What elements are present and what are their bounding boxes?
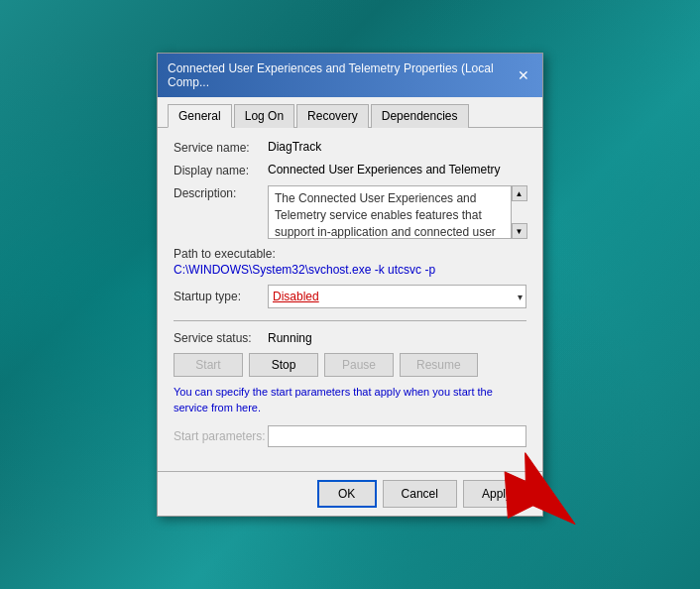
scroll-down-arrow[interactable]: ▼ (512, 223, 527, 239)
pause-button[interactable]: Pause (324, 353, 394, 377)
description-wrap: The Connected User Experiences and Telem… (268, 185, 526, 239)
start-params-row: Start parameters: (174, 425, 526, 447)
startup-select-wrapper[interactable]: Disabled Manual Automatic Automatic (Del… (268, 285, 526, 308)
path-section: Path to executable: C:\WINDOWS\System32\… (174, 247, 526, 277)
tab-recovery[interactable]: Recovery (296, 104, 369, 128)
status-label: Service status: (174, 331, 268, 345)
divider (174, 320, 526, 321)
tab-dependencies[interactable]: Dependencies (371, 104, 469, 128)
startup-select[interactable]: Disabled Manual Automatic Automatic (Del… (268, 285, 526, 308)
path-value: C:\WINDOWS\System32\svchost.exe -k utcsv… (174, 263, 526, 277)
service-status-row: Service status: Running (174, 331, 526, 345)
ok-button[interactable]: OK (317, 480, 377, 508)
title-bar: Connected User Experiences and Telemetry… (158, 54, 542, 97)
tab-logon[interactable]: Log On (234, 104, 294, 128)
startup-row: Startup type: Disabled Manual Automatic … (174, 285, 526, 308)
startup-label: Startup type: (174, 290, 268, 303)
service-name-label: Service name: (174, 140, 268, 155)
description-row: Description: The Connected User Experien… (174, 185, 526, 239)
status-value: Running (268, 331, 312, 345)
stop-button[interactable]: Stop (249, 353, 318, 377)
display-name-value: Connected User Experiences and Telemetry (268, 163, 501, 177)
dialog-content: Service name: DiagTrack Display name: Co… (158, 128, 542, 471)
tab-general[interactable]: General (168, 104, 232, 128)
service-name-row: Service name: DiagTrack (174, 140, 526, 155)
path-label: Path to executable: (174, 247, 526, 261)
description-box: The Connected User Experiences and Telem… (268, 185, 526, 239)
display-name-row: Display name: Connected User Experiences… (174, 163, 526, 177)
cancel-button[interactable]: Cancel (383, 480, 457, 508)
apply-button[interactable]: Apply (463, 480, 530, 508)
info-text: You can specify the start parameters tha… (174, 385, 526, 415)
resume-button[interactable]: Resume (400, 353, 478, 377)
scroll-up-arrow[interactable]: ▲ (512, 185, 527, 201)
service-buttons-row: Start Stop Pause Resume (174, 353, 526, 377)
start-params-input[interactable] (268, 425, 526, 447)
close-button[interactable]: ✕ (514, 65, 532, 85)
start-params-label: Start parameters: (174, 429, 268, 443)
display-name-label: Display name: (174, 163, 268, 177)
tab-bar: General Log On Recovery Dependencies (158, 97, 542, 128)
start-button[interactable]: Start (174, 353, 243, 377)
description-text: The Connected User Experiences and Telem… (268, 185, 526, 239)
dialog-title: Connected User Experiences and Telemetry… (168, 61, 514, 89)
description-scrollbar[interactable]: ▲ ▼ (511, 185, 526, 239)
dialog-footer: OK Cancel Apply (158, 471, 542, 516)
service-name-value: DiagTrack (268, 140, 321, 154)
properties-dialog: Connected User Experiences and Telemetry… (157, 53, 543, 517)
description-label: Description: (174, 185, 268, 200)
